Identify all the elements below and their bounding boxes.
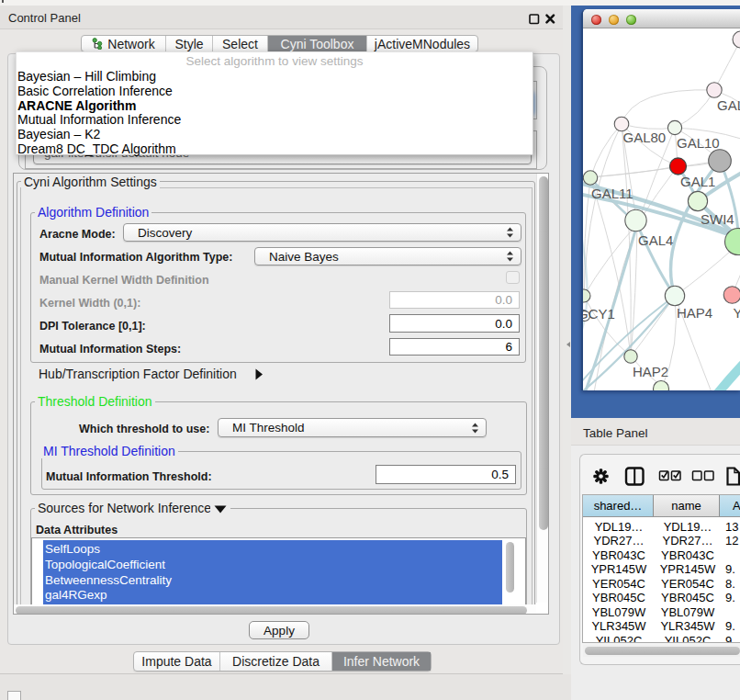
- svg-text:HAP4: HAP4: [677, 305, 712, 321]
- svg-text:GAL80: GAL80: [623, 130, 667, 145]
- svg-text:GAL11: GAL11: [591, 186, 633, 201]
- svg-text:HAP2: HAP2: [633, 364, 668, 379]
- svg-text:GAL: GAL: [717, 97, 740, 113]
- svg-text:GAL10: GAL10: [677, 135, 720, 151]
- svg-text:GAL4: GAL4: [638, 232, 673, 248]
- svg-text:SWI4: SWI4: [701, 211, 734, 227]
- svg-text:GAL1: GAL1: [680, 174, 715, 189]
- svg-text:Y: Y: [734, 305, 740, 321]
- svg-text:GCY1: GCY1: [583, 306, 615, 322]
